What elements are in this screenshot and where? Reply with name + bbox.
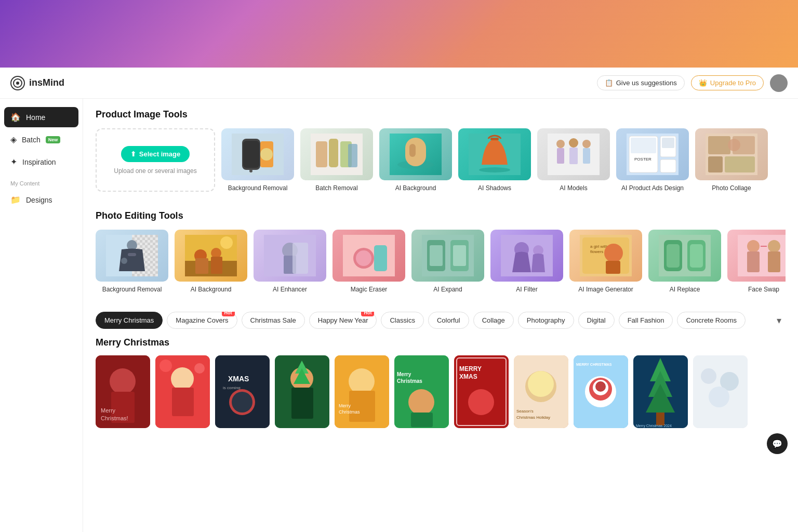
tab-concrete-rooms-label: Concrete Rooms	[686, 316, 737, 324]
gallery-item[interactable]: MERRY CHRISTMAS	[574, 355, 628, 428]
svg-rect-62	[292, 243, 308, 274]
sidebar-item-batch[interactable]: ◈ Batch New	[4, 129, 78, 150]
tab-christmas-sale[interactable]: Christmas Sale	[242, 312, 305, 329]
svg-point-144	[701, 368, 716, 384]
photo-face-swap-label: Face Swap	[727, 286, 786, 293]
photo-tool-magic-eraser[interactable]: Magic Eraser	[332, 230, 405, 293]
photo-tool-ai-expand[interactable]: AI Expand	[411, 230, 484, 293]
ai-bg-visual	[379, 128, 452, 180]
photo-tool-face-swap[interactable]: Face Swap	[727, 230, 786, 293]
svg-rect-23	[557, 148, 564, 164]
svg-rect-66	[374, 245, 387, 271]
tab-digital[interactable]: Digital	[578, 312, 615, 329]
tool-photo-collage[interactable]: Photo Collage	[695, 128, 768, 192]
ai-models-visual	[537, 128, 610, 180]
svg-point-119	[408, 389, 434, 415]
avatar[interactable]	[770, 74, 788, 92]
gallery-item[interactable]: MERRY XMAS	[454, 355, 509, 428]
svg-rect-27	[583, 148, 590, 164]
gallery-item[interactable]: Season's Christmas Holiday	[514, 355, 568, 428]
tool-ai-models[interactable]: AI Models	[537, 128, 610, 192]
bg-removal-visual	[221, 128, 294, 180]
tab-classics[interactable]: Classics	[381, 312, 423, 329]
top-banner	[0, 0, 798, 68]
svg-point-105	[232, 392, 252, 413]
select-image-button[interactable]: ⬆ Select image	[121, 146, 190, 162]
photo-tool-ai-image-gen[interactable]: a girl with flowers 🌸 AI Image Generator	[569, 230, 642, 293]
photo-collage-visual	[695, 128, 768, 180]
upload-label: Select image	[139, 150, 181, 158]
tab-merry-christmas[interactable]: Merry Christmas	[96, 312, 163, 329]
svg-rect-9	[316, 141, 327, 167]
gallery-item[interactable]: XMAS is coming	[215, 355, 270, 428]
tab-colorful[interactable]: Colorful	[428, 312, 469, 329]
sidebar-item-home[interactable]: 🏠 Home	[4, 107, 78, 127]
gallery-item[interactable]	[275, 355, 329, 428]
chat-button[interactable]: 💬	[767, 433, 788, 454]
tab-concrete-rooms[interactable]: Concrete Rooms	[677, 312, 746, 329]
gallery-item[interactable]: Merry Christmas 2024	[633, 355, 688, 428]
tab-collage[interactable]: Collage	[473, 312, 514, 329]
photo-collage-label: Photo Collage	[695, 184, 768, 192]
gallery-item[interactable]: Merry Christmas	[335, 355, 389, 428]
svg-text:MERRY CHRISTMAS: MERRY CHRISTMAS	[576, 363, 612, 366]
photo-tool-ai-bg[interactable]: AI Background	[175, 230, 247, 293]
tab-magazine-covers-label: Magazine Covers	[176, 316, 228, 324]
tab-classics-label: Classics	[390, 316, 415, 324]
upgrade-button[interactable]: 👑 Upgrade to Pro	[691, 75, 764, 90]
tab-happy-new-year-label: Happy New Year	[318, 316, 368, 324]
sidebar-item-designs[interactable]: 📁 Designs	[4, 190, 78, 210]
svg-point-87	[747, 240, 760, 252]
suggestions-label: Give us suggestions	[616, 79, 677, 87]
tool-ai-shadows[interactable]: AI Shadows	[458, 128, 531, 192]
svg-rect-108	[291, 388, 313, 419]
logo-icon	[10, 76, 25, 90]
svg-text:Merry Christmas 2024: Merry Christmas 2024	[636, 424, 672, 428]
gallery-item[interactable]: Merry Christmas	[394, 355, 449, 428]
upload-card[interactable]: ⬆ Select image Upload one or several ima…	[96, 128, 215, 192]
svg-point-124	[468, 389, 494, 415]
svg-point-79	[604, 244, 623, 262]
suggestions-icon: 📋	[605, 79, 613, 87]
gallery-item[interactable]	[155, 355, 210, 428]
tab-fall-fashion[interactable]: Fall Fashion	[619, 312, 673, 329]
tab-photography[interactable]: Photography	[518, 312, 574, 329]
tool-bg-removal[interactable]: Background Removal	[221, 128, 294, 192]
batch-badge: New	[46, 136, 61, 143]
photo-tool-ai-filter[interactable]: AI Filter	[490, 230, 563, 293]
tool-ai-ads[interactable]: POSTER AI Product Ads Design	[616, 128, 689, 192]
magazine-covers-badge: Hot	[222, 312, 235, 316]
tab-happy-new-year[interactable]: Hot Happy New Year	[309, 312, 377, 329]
svg-text:MERRY: MERRY	[459, 365, 482, 373]
svg-text:Christmas!: Christmas!	[101, 415, 128, 421]
photo-ai-bg-label: AI Background	[175, 286, 247, 293]
main-layout: 🏠 Home ◈ Batch New ✦ Inspiration My Cont…	[0, 99, 798, 532]
svg-text:XMAS: XMAS	[459, 373, 477, 380]
svg-point-136	[595, 381, 606, 392]
logo-area: insMind	[10, 76, 64, 90]
gallery-item[interactable]: Merry Christmas!	[96, 355, 150, 428]
gallery-item[interactable]	[693, 355, 748, 428]
product-tools-title: Product Image Tools	[96, 109, 786, 120]
batch-icon: ◈	[10, 135, 17, 144]
svg-text:Christmas: Christmas	[339, 409, 360, 415]
tool-batch-removal[interactable]: Batch Removal	[300, 128, 373, 192]
tab-magazine-covers[interactable]: Hot Magazine Covers	[167, 312, 237, 329]
photo-bg-removal-label: Background Removal	[96, 286, 168, 293]
suggestions-button[interactable]: 📋 Give us suggestions	[597, 75, 685, 90]
sidebar-item-inspiration[interactable]: ✦ Inspiration	[4, 152, 78, 172]
tabs-more-button[interactable]: ▾	[773, 313, 786, 328]
svg-rect-85	[690, 244, 703, 268]
tab-photography-label: Photography	[527, 316, 565, 324]
svg-text:Merry: Merry	[339, 403, 351, 408]
ai-ads-label: AI Product Ads Design	[616, 184, 689, 192]
svg-text:Season's: Season's	[516, 409, 534, 414]
svg-text:Christmas Holiday: Christmas Holiday	[516, 415, 550, 420]
photo-tool-ai-enhancer[interactable]: AI Enhancer	[254, 230, 326, 293]
tool-ai-background[interactable]: AI Background	[379, 128, 452, 192]
upgrade-label: Upgrade to Pro	[710, 79, 756, 87]
photo-tool-ai-replace[interactable]: AI Replace	[648, 230, 721, 293]
photo-tool-bg-removal[interactable]: Background Removal	[96, 230, 168, 293]
photo-ai-enhancer-label: AI Enhancer	[254, 286, 326, 293]
photo-ai-image-gen-visual: a girl with flowers 🌸	[569, 230, 642, 282]
